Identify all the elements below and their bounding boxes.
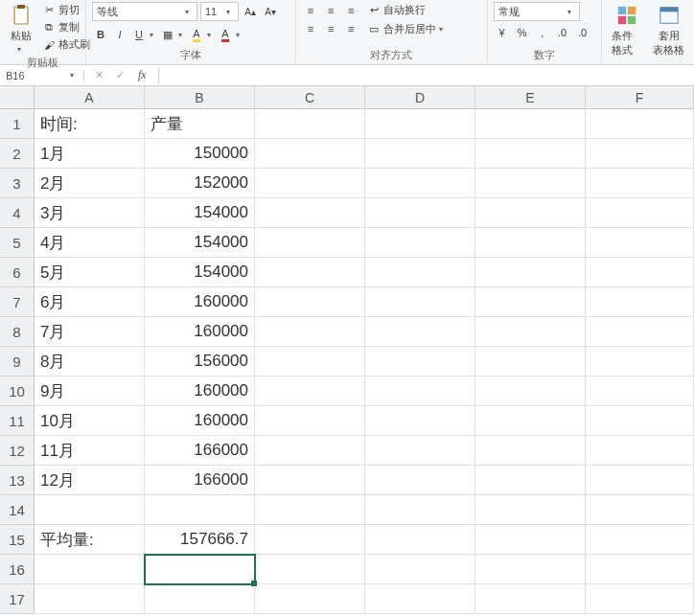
cell-D14[interactable] <box>365 495 475 525</box>
comma-button[interactable]: , <box>534 24 551 41</box>
align-center-button[interactable]: ≡ <box>322 20 339 37</box>
cell-E6[interactable] <box>475 258 586 287</box>
column-header-E[interactable]: E <box>475 86 586 109</box>
cell-B4[interactable]: 154000 <box>145 198 255 228</box>
cell-B17[interactable] <box>145 584 255 614</box>
row-header-6[interactable]: 6 <box>0 258 35 287</box>
cell-C2[interactable] <box>255 139 365 169</box>
row-header-8[interactable]: 8 <box>0 317 35 347</box>
cell-D4[interactable] <box>365 198 475 228</box>
cell-E1[interactable] <box>475 109 586 139</box>
cell-F9[interactable] <box>586 347 694 376</box>
confirm-formula-button[interactable]: ✓ <box>111 67 128 84</box>
cell-A8[interactable]: 7月 <box>35 317 145 347</box>
increase-decimal-button[interactable]: .0 <box>554 24 571 41</box>
cell-C17[interactable] <box>255 584 365 614</box>
cell-F8[interactable] <box>586 317 694 347</box>
paste-button[interactable]: 粘贴 ▾ <box>6 2 36 56</box>
row-header-9[interactable]: 9 <box>0 347 35 376</box>
cell-D1[interactable] <box>365 109 475 139</box>
column-header-F[interactable]: F <box>586 86 694 109</box>
number-format-select[interactable]: 常规 ▾ <box>494 2 580 21</box>
row-header-14[interactable]: 14 <box>0 495 35 525</box>
row-header-5[interactable]: 5 <box>0 228 35 258</box>
cell-F3[interactable] <box>586 169 694 198</box>
column-header-C[interactable]: C <box>255 86 365 109</box>
align-middle-button[interactable]: ≡ <box>322 2 339 19</box>
cell-F10[interactable] <box>586 376 694 406</box>
cell-E17[interactable] <box>475 584 586 614</box>
cell-C14[interactable] <box>255 495 365 525</box>
cell-A12[interactable]: 11月 <box>35 436 145 466</box>
cell-F12[interactable] <box>586 436 694 466</box>
cell-A16[interactable] <box>35 555 145 584</box>
wrap-text-button[interactable]: ↩ 自动换行 <box>365 2 449 18</box>
cell-C15[interactable] <box>255 525 365 555</box>
cell-C13[interactable] <box>255 466 365 495</box>
cell-A11[interactable]: 10月 <box>35 406 145 436</box>
cell-B13[interactable]: 166000 <box>145 466 255 495</box>
row-header-12[interactable]: 12 <box>0 436 35 466</box>
cell-F1[interactable] <box>586 109 694 139</box>
cell-C9[interactable] <box>255 347 365 376</box>
cell-A6[interactable]: 5月 <box>35 258 145 287</box>
cell-C10[interactable] <box>255 376 365 406</box>
cell-F17[interactable] <box>586 584 694 614</box>
cell-A1[interactable]: 时间: <box>35 109 145 139</box>
cell-F4[interactable] <box>586 198 694 228</box>
cell-C6[interactable] <box>255 258 365 287</box>
cell-A4[interactable]: 3月 <box>35 198 145 228</box>
cell-E7[interactable] <box>475 287 586 317</box>
cell-F6[interactable] <box>586 258 694 287</box>
cell-C7[interactable] <box>255 287 365 317</box>
select-all-corner[interactable] <box>0 86 35 109</box>
cell-E11[interactable] <box>475 406 586 436</box>
cell-E4[interactable] <box>475 198 586 228</box>
cell-D12[interactable] <box>365 436 475 466</box>
cell-A13[interactable]: 12月 <box>35 466 145 495</box>
cell-E12[interactable] <box>475 436 586 466</box>
cell-E8[interactable] <box>475 317 586 347</box>
row-header-15[interactable]: 15 <box>0 525 35 555</box>
column-header-A[interactable]: A <box>35 86 145 109</box>
cell-A17[interactable] <box>35 584 145 614</box>
cell-B1[interactable]: 产量 <box>145 109 255 139</box>
cell-E5[interactable] <box>475 228 586 258</box>
cell-C8[interactable] <box>255 317 365 347</box>
cell-C3[interactable] <box>255 169 365 198</box>
cell-D3[interactable] <box>365 169 475 198</box>
cell-C1[interactable] <box>255 109 365 139</box>
cell-E13[interactable] <box>475 466 586 495</box>
decrease-decimal-button[interactable]: .0 <box>574 24 591 41</box>
cell-B9[interactable]: 156000 <box>145 347 255 376</box>
cell-C11[interactable] <box>255 406 365 436</box>
fx-icon[interactable]: fx <box>132 68 152 82</box>
increase-font-button[interactable]: A▴ <box>242 3 259 20</box>
percent-button[interactable]: % <box>514 24 531 41</box>
cell-D6[interactable] <box>365 258 475 287</box>
align-top-button[interactable]: ≡ <box>302 2 319 19</box>
merge-center-button[interactable]: ▭ 合并后居中 ▾ <box>365 21 449 37</box>
column-header-D[interactable]: D <box>365 86 475 109</box>
cell-B2[interactable]: 150000 <box>145 139 255 169</box>
cell-A7[interactable]: 6月 <box>35 287 145 317</box>
cell-F11[interactable] <box>586 406 694 436</box>
cell-E3[interactable] <box>475 169 586 198</box>
row-header-10[interactable]: 10 <box>0 376 35 406</box>
cell-A2[interactable]: 1月 <box>35 139 145 169</box>
currency-button[interactable]: ¥ <box>494 24 511 41</box>
cell-D5[interactable] <box>365 228 475 258</box>
cell-D8[interactable] <box>365 317 475 347</box>
row-header-3[interactable]: 3 <box>0 169 35 198</box>
cell-A14[interactable] <box>35 495 145 525</box>
cell-B3[interactable]: 152000 <box>145 169 255 198</box>
border-button[interactable]: ▦ <box>159 26 176 43</box>
cell-C4[interactable] <box>255 198 365 228</box>
cell-C12[interactable] <box>255 436 365 466</box>
decrease-font-button[interactable]: A▾ <box>262 3 279 20</box>
row-header-4[interactable]: 4 <box>0 198 35 228</box>
font-color-button[interactable]: A <box>217 26 234 43</box>
cancel-formula-button[interactable]: ✕ <box>90 67 107 84</box>
cell-B6[interactable]: 154000 <box>145 258 255 287</box>
cell-B14[interactable] <box>145 495 255 525</box>
